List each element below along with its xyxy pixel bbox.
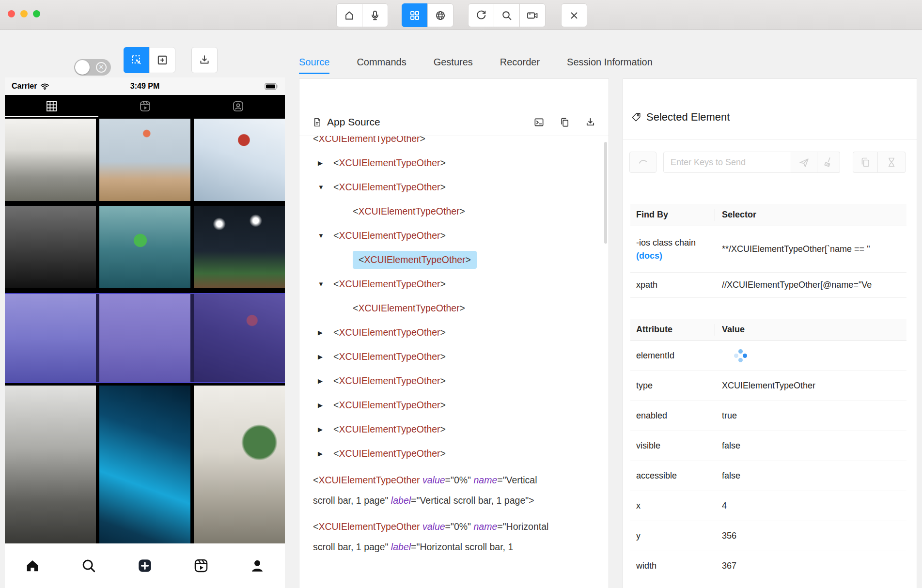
tree-node[interactable]: ▶<XCUIElementTypeOther> [313, 393, 596, 417]
apps-grid-button[interactable] [402, 3, 428, 27]
screenshot-interaction-toggle[interactable]: ✕ [74, 59, 111, 76]
attribute-table-body: elementIdtypeXCUIElementTypeOtherenabled… [630, 341, 906, 581]
tree-node[interactable]: ▼<XCUIElementTypeOther> [313, 272, 596, 296]
photo-foggy-running-track[interactable] [5, 119, 96, 201]
photo-beach-basketball[interactable] [99, 119, 190, 201]
caret-right-icon[interactable]: ▶ [318, 159, 333, 167]
tab-gestures[interactable]: Gestures [434, 57, 473, 68]
tree-node[interactable]: ▶<XCUIElementTypeOther> [313, 344, 596, 369]
globe-button[interactable] [427, 3, 453, 27]
caret-down-icon[interactable]: ▼ [318, 184, 333, 191]
home-nav-icon[interactable] [24, 557, 41, 574]
caret-right-icon[interactable]: ▶ [318, 402, 333, 409]
search-elements-button[interactable] [494, 3, 520, 27]
app-source-header: App Source [299, 79, 609, 136]
tree-node[interactable]: <XCUIElementTypeOther> [313, 296, 596, 320]
device-time: 3:49 PM [5, 82, 285, 91]
refresh-button[interactable] [468, 3, 494, 27]
caret-right-icon[interactable]: ▶ [318, 450, 333, 457]
attribute-value: 4 [715, 501, 906, 511]
tab-commands[interactable]: Commands [357, 57, 406, 68]
reels-nav-icon[interactable] [193, 557, 209, 574]
tree-node[interactable]: ▼<XCUIElementTypeOther> [313, 223, 596, 248]
wait-for-element-button[interactable] [878, 152, 906, 173]
photo-sprinters-bw[interactable] [5, 386, 96, 543]
photo-swimmer-green-cap[interactable] [99, 206, 190, 288]
profile-nav-icon[interactable] [249, 557, 266, 574]
swipe-by-coordinates-button[interactable] [149, 47, 175, 73]
close-window-button[interactable] [8, 10, 15, 17]
attribute-header-cell: Attribute [630, 325, 715, 335]
profile-tab-reels[interactable] [98, 95, 192, 117]
tree-leaf-node[interactable]: <XCUIElementTypeOther value="0%" name="H… [313, 516, 555, 557]
attribute-row: enabledtrue [630, 401, 906, 431]
caret-right-icon[interactable]: ▶ [318, 377, 333, 385]
tab-recorder[interactable]: Recorder [500, 57, 540, 68]
grid-icon [45, 100, 58, 113]
device-screenshot[interactable]: Carrier 3:49 PM [5, 77, 285, 588]
screen-recording-button[interactable] [519, 3, 546, 27]
attribute-name: width [630, 561, 715, 571]
select-elements-button[interactable] [124, 47, 150, 73]
tree-node[interactable]: ▶<XCUIElementTypeOther> [313, 369, 596, 393]
download-icon [198, 54, 211, 66]
search-icon [501, 10, 513, 21]
tree-node-tag: <XCUIElementTypeOther> [333, 279, 446, 290]
docs-link[interactable]: (docs) [636, 251, 715, 261]
clear-keys-button[interactable] [817, 152, 840, 173]
terminal-icon[interactable] [533, 117, 545, 128]
element-actions [629, 152, 909, 173]
minimize-window-button[interactable] [20, 10, 28, 17]
photo-basketball-dunk[interactable] [5, 206, 96, 288]
tab-source[interactable]: Source [299, 57, 329, 68]
tree-node[interactable]: <XCUIElementTypeOther> [313, 136, 596, 151]
tree-node[interactable]: ▼<XCUIElementTypeOther> [313, 175, 596, 199]
caret-right-icon[interactable]: ▶ [318, 426, 333, 433]
tree-node[interactable]: ▶<XCUIElementTypeOther> [313, 417, 596, 441]
caret-right-icon[interactable]: ▶ [318, 329, 333, 336]
search-nav-icon[interactable] [80, 557, 97, 574]
caret-down-icon[interactable]: ▼ [318, 232, 333, 239]
tagged-photos-icon [232, 100, 245, 113]
tab-session-information[interactable]: Session Information [567, 57, 653, 68]
find-by-strategy: -ios class chain(docs) [630, 238, 715, 261]
photo-server-lights-blue[interactable] [99, 386, 190, 543]
microphone-button[interactable] [362, 3, 388, 27]
new-post-nav-icon[interactable] [137, 557, 153, 574]
photo-grass-field[interactable] [99, 294, 190, 382]
copy-attributes-button[interactable] [853, 152, 878, 173]
quit-session-button[interactable] [561, 3, 587, 27]
appium-inspector-window: { "chrome": { "traffic_lights": ["#ff5f5… [0, 0, 922, 588]
profile-tab-tagged[interactable] [191, 95, 285, 117]
send-keys-input[interactable] [663, 152, 791, 173]
tree-leaf-node[interactable]: <XCUIElementTypeOther value="0%" name="V… [313, 470, 555, 511]
caret-down-icon[interactable]: ▼ [318, 280, 333, 288]
tap-element-button[interactable] [629, 152, 656, 173]
photo-baseball-stadium-night[interactable] [194, 206, 285, 288]
photo-track-lanes[interactable] [5, 294, 96, 382]
hourglass-icon [886, 156, 897, 168]
tree-node[interactable]: ▶<XCUIElementTypeOther> [313, 441, 596, 465]
tree-node-tag: <XCUIElementTypeOther> [333, 400, 446, 411]
attribute-value: 367 [715, 561, 906, 571]
profile-tab-grid[interactable] [5, 95, 98, 117]
microphone-icon [369, 10, 381, 21]
zoom-window-button[interactable] [33, 10, 40, 17]
home-button[interactable] [336, 3, 362, 27]
photo-weightlifter[interactable] [194, 294, 285, 382]
photo-desk-plant[interactable] [194, 386, 285, 543]
app-source-panel: App Source <XCUIElementTypeOther>▶<XCUIE… [299, 78, 609, 588]
download-source-icon[interactable] [585, 117, 596, 128]
tree-node[interactable]: <XCUIElementTypeOther> [313, 199, 596, 223]
tree-node-selected[interactable]: <XCUIElementTypeOther> [313, 248, 596, 272]
source-scrollbar[interactable] [604, 142, 607, 244]
tree-node-tag: <XCUIElementTypeOther> [353, 251, 477, 269]
download-screenshot-button[interactable] [191, 47, 218, 73]
tree-node[interactable]: ▶<XCUIElementTypeOther> [313, 151, 596, 175]
send-keys-button[interactable] [791, 152, 817, 173]
tree-node[interactable]: ▶<XCUIElementTypeOther> [313, 320, 596, 344]
copy-source-icon[interactable] [559, 117, 570, 128]
caret-right-icon[interactable]: ▶ [318, 353, 333, 360]
app-source-tree: <XCUIElementTypeOther>▶<XCUIElementTypeO… [299, 136, 609, 588]
photo-skier-red-helmet[interactable] [194, 119, 285, 201]
